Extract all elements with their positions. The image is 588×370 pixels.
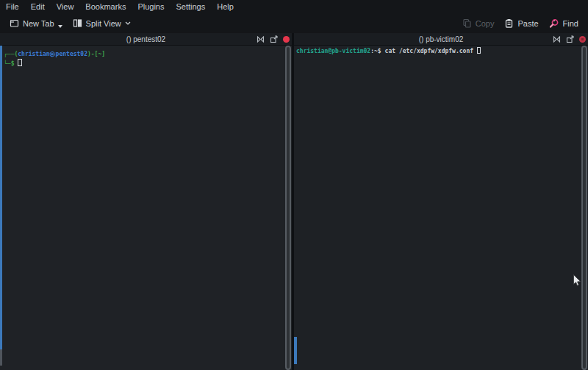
prompt-line-1: ┌──(christian㉿pentest02)-[~] xyxy=(4,50,105,59)
menu-edit[interactable]: Edit xyxy=(25,0,51,13)
prompt-frame-bottom: └─$ xyxy=(4,60,14,67)
menu-bookmarks[interactable]: Bookmarks xyxy=(79,0,132,13)
menu-view[interactable]: View xyxy=(51,0,80,13)
terminal-cursor xyxy=(18,59,22,66)
prompt-line-2: └─$ xyxy=(4,59,105,68)
left-pane-title: () pentest02 xyxy=(126,35,165,43)
right-terminal-scrollbar[interactable] xyxy=(581,46,587,370)
prompt-user-host: christian㉿pentest02 xyxy=(18,51,87,57)
new-tab-button[interactable]: New Tab xyxy=(4,16,68,30)
toolbar: New Tab Split View Copy xyxy=(0,13,588,33)
prompt-user-host: christian@pb-victim02 xyxy=(296,48,370,54)
right-pane-activity-marker xyxy=(294,337,297,364)
maximize-split-icon[interactable] xyxy=(553,35,561,43)
split-view-icon xyxy=(73,18,82,28)
left-terminal-scrollbar[interactable] xyxy=(285,46,291,370)
new-tab-menu-arrow-icon xyxy=(58,25,62,28)
paste-label: Paste xyxy=(517,19,538,28)
prompt-separator: :~$ xyxy=(370,48,381,54)
prompt-frame-close: )-[~] xyxy=(87,51,105,57)
copy-button[interactable]: Copy xyxy=(457,16,500,30)
right-pane-title: () pb-victim02 xyxy=(419,35,464,43)
split-view-label: Split View xyxy=(86,19,121,28)
menu-plugins[interactable]: Plugins xyxy=(132,0,170,13)
find-button[interactable]: Find xyxy=(544,16,584,31)
right-terminal[interactable] xyxy=(294,46,588,370)
typed-command: cat /etc/xdpfw/xdpfw.conf xyxy=(385,48,473,54)
split-view-button[interactable]: Split View xyxy=(68,16,136,30)
right-header-icons xyxy=(553,33,586,45)
menu-file[interactable]: File xyxy=(0,0,25,13)
close-split-button[interactable] xyxy=(283,36,290,43)
find-label: Find xyxy=(563,19,578,28)
paste-button[interactable]: Paste xyxy=(499,16,543,30)
detach-split-icon[interactable] xyxy=(270,35,278,43)
split-headers: () pentest02 () pb-victim02 xyxy=(0,33,588,46)
left-pane-header[interactable]: () pentest02 xyxy=(0,33,292,45)
paste-icon xyxy=(504,18,514,28)
right-pane-header[interactable]: () pb-victim02 xyxy=(294,33,588,45)
chevron-down-icon xyxy=(125,21,131,25)
menu-bar: File Edit View Bookmarks Plugins Setting… xyxy=(0,0,588,13)
right-terminal-prompt: christian@pb-victim02:~$cat /etc/xdpfw/x… xyxy=(296,47,481,55)
copy-icon xyxy=(462,18,472,28)
left-terminal-prompt: ┌──(christian㉿pentest02)-[~] └─$ xyxy=(4,50,105,68)
left-pane-marker-tail xyxy=(0,349,2,366)
copy-label: Copy xyxy=(476,19,495,28)
close-split-button[interactable] xyxy=(579,36,586,43)
mouse-cursor xyxy=(573,274,581,287)
menu-settings[interactable]: Settings xyxy=(170,0,211,13)
detach-split-icon[interactable] xyxy=(566,35,574,43)
left-pane-activity-marker xyxy=(0,46,2,349)
menu-help[interactable]: Help xyxy=(211,0,240,13)
find-icon xyxy=(549,18,559,29)
prompt-frame-open: ┌──( xyxy=(4,51,18,57)
terminal-cursor xyxy=(477,47,481,54)
new-tab-icon xyxy=(10,18,19,28)
konsole-window: File Edit View Bookmarks Plugins Setting… xyxy=(0,0,588,370)
new-tab-label: New Tab xyxy=(23,19,54,28)
left-terminal[interactable] xyxy=(0,46,292,370)
left-header-icons xyxy=(257,33,290,45)
maximize-split-icon[interactable] xyxy=(257,35,265,43)
